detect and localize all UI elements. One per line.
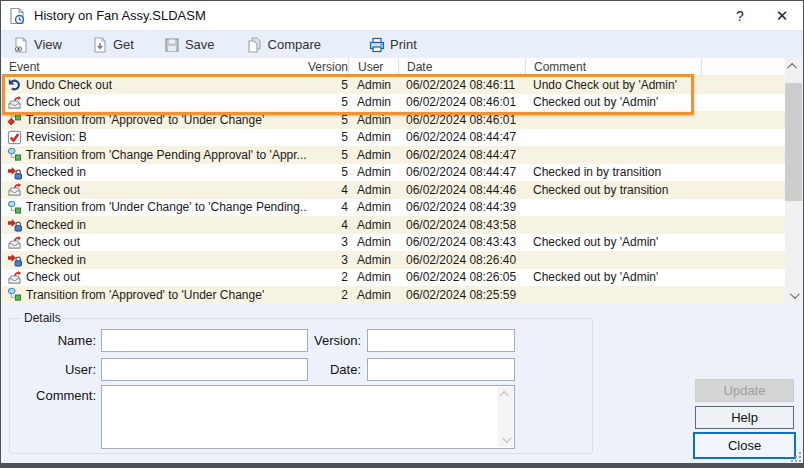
history-table-body: Undo Check out5Admin06/02/2024 08:46:11U… (2, 76, 788, 304)
comment-label: Comment: (21, 388, 96, 403)
date-cell: 06/02/2024 08:43:58 (398, 218, 525, 232)
view-button[interactable]: View (7, 34, 68, 56)
checkout-icon (7, 235, 22, 250)
table-row[interactable]: Check out3Admin06/02/2024 08:43:43Checke… (2, 234, 788, 252)
date-field[interactable] (367, 358, 515, 381)
date-cell: 06/02/2024 08:44:39 (398, 200, 525, 214)
table-row[interactable]: Transition from 'Under Change' to 'Chang… (2, 199, 788, 217)
table-row[interactable]: Transition from 'Change Pending Approval… (2, 146, 788, 164)
close-button[interactable]: Close (693, 432, 796, 459)
compare-documents-icon (247, 37, 263, 53)
column-header-comment[interactable]: Comment (525, 58, 701, 75)
event-label: Checked in (26, 165, 86, 179)
user-label: User: (31, 362, 96, 377)
date-cell: 06/02/2024 08:46:01 (398, 113, 525, 127)
date-cell: 06/02/2024 08:44:46 (398, 183, 525, 197)
column-header-user[interactable]: User (348, 58, 398, 75)
event-cell: Transition from 'Approved' to 'Under Cha… (2, 287, 308, 302)
date-label: Date: (296, 362, 361, 377)
comment-scrollbar[interactable] (498, 387, 513, 447)
help-button[interactable]: Help (695, 406, 794, 429)
get-document-icon (92, 37, 108, 53)
table-row[interactable]: Transition from 'Approved' to 'Under Cha… (2, 111, 788, 129)
comment-scroll-up-icon[interactable] (499, 391, 509, 401)
event-label: Check out (26, 95, 80, 109)
table-row[interactable]: Checked in5Admin06/02/2024 08:44:47Check… (2, 164, 788, 182)
user-cell: Admin (348, 200, 398, 214)
event-cell: Checked in (2, 252, 308, 267)
table-row[interactable]: Check out4Admin06/02/2024 08:44:46Checke… (2, 181, 788, 199)
event-cell: Checked in (2, 165, 308, 180)
scroll-down-icon[interactable] (785, 287, 802, 304)
transition-blue-icon (7, 200, 22, 215)
date-cell: 06/02/2024 08:44:47 (398, 165, 525, 179)
date-cell: 06/02/2024 08:46:01 (398, 95, 525, 109)
comment-field[interactable] (101, 385, 515, 449)
save-button[interactable]: Save (158, 34, 221, 56)
history-table: Event Version User Date Comment Undo Che… (2, 58, 788, 304)
checkin-icon (7, 217, 22, 232)
table-row[interactable]: Check out2Admin06/02/2024 08:26:05Checke… (2, 269, 788, 287)
checkin-icon (7, 165, 22, 180)
version-cell: 5 (308, 148, 348, 162)
comment-cell: Checked out by 'Admin' (525, 95, 701, 109)
user-field[interactable] (101, 358, 308, 381)
event-label: Checked in (26, 218, 86, 232)
save-label: Save (185, 37, 215, 52)
column-header-version[interactable]: Version (308, 60, 348, 74)
event-label: Check out (26, 235, 80, 249)
event-cell: Transition from 'Change Pending Approval… (2, 147, 308, 162)
save-floppy-icon (164, 37, 180, 53)
comment-scroll-down-icon[interactable] (502, 433, 512, 443)
view-label: View (34, 37, 62, 52)
resize-grip-icon[interactable] (789, 450, 801, 462)
table-row[interactable]: Checked in3Admin06/02/2024 08:26:40 (2, 251, 788, 269)
user-cell: Admin (348, 165, 398, 179)
dialog-close-icon[interactable]: ✕ (765, 1, 799, 30)
name-field[interactable] (101, 329, 308, 352)
column-header-date[interactable]: Date (398, 58, 525, 75)
event-label: Check out (26, 183, 80, 197)
column-header-event[interactable]: Event (2, 60, 308, 74)
update-button: Update (695, 379, 794, 402)
page-title: History on Fan Assy.SLDASM (34, 8, 206, 23)
date-cell: 06/02/2024 08:43:43 (398, 235, 525, 249)
print-button[interactable]: Print (363, 34, 423, 56)
event-label: Transition from 'Approved' to 'Under Cha… (26, 288, 264, 302)
history-document-icon (8, 7, 26, 25)
transition-blue-icon (7, 147, 22, 162)
date-cell: 06/02/2024 08:46:11 (398, 78, 525, 92)
event-cell: Undo Check out (2, 77, 308, 92)
version-cell: 4 (308, 200, 348, 214)
checkin-icon (7, 252, 22, 267)
event-label: Undo Check out (26, 78, 112, 92)
print-label: Print (390, 37, 417, 52)
get-button[interactable]: Get (86, 34, 140, 56)
user-cell: Admin (348, 270, 398, 284)
table-scrollbar[interactable] (785, 58, 802, 304)
undo-checkout-icon (7, 77, 22, 92)
dialog-help-button[interactable]: ? (723, 1, 757, 30)
get-label: Get (113, 37, 134, 52)
table-row[interactable]: Undo Check out5Admin06/02/2024 08:46:11U… (2, 76, 788, 94)
scroll-up-icon[interactable] (785, 58, 802, 75)
column-header-spacer (701, 58, 788, 75)
view-document-icon (13, 37, 29, 53)
history-dialog: History on Fan Assy.SLDASM ? ✕ View Get (0, 0, 804, 468)
user-cell: Admin (348, 288, 398, 302)
event-cell: Checked in (2, 217, 308, 232)
event-label: Check out (26, 270, 80, 284)
table-row[interactable]: Checked in4Admin06/02/2024 08:43:58 (2, 216, 788, 234)
table-row[interactable]: Revision: B5Admin06/02/2024 08:44:47 (2, 129, 788, 147)
comment-cell: Checked out by 'Admin' (525, 235, 701, 249)
event-cell: Check out (2, 235, 308, 250)
date-cell: 06/02/2024 08:44:47 (398, 148, 525, 162)
user-cell: Admin (348, 253, 398, 267)
version-field[interactable] (367, 329, 515, 352)
event-label: Checked in (26, 253, 86, 267)
table-row[interactable]: Transition from 'Approved' to 'Under Cha… (2, 286, 788, 304)
compare-button[interactable]: Compare (241, 34, 327, 56)
scrollbar-thumb[interactable] (785, 83, 802, 201)
comment-cell: Undo Check out by 'Admin' (525, 78, 701, 92)
table-row[interactable]: Check out5Admin06/02/2024 08:46:01Checke… (2, 94, 788, 112)
